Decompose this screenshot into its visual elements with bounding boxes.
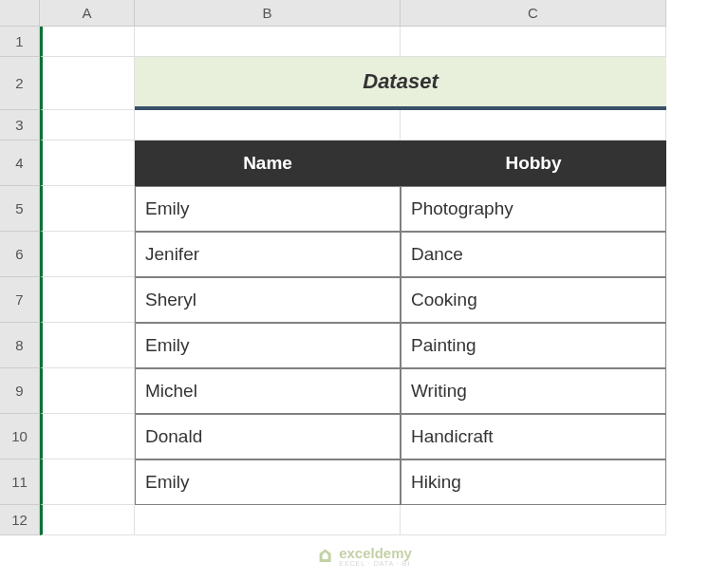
table-cell-hobby[interactable]: Writing [401,368,666,414]
cell-a3[interactable] [40,110,135,141]
cell-a6[interactable] [40,232,135,277]
table-cell-hobby[interactable]: Handicraft [401,414,666,459]
cell-a11[interactable] [40,459,135,505]
table-cell-name[interactable]: Donald [135,414,401,459]
table-cell-hobby[interactable]: Hiking [401,459,666,505]
col-header-a[interactable]: A [40,0,135,27]
table-header-name[interactable]: Name [135,141,401,186]
table-cell-hobby[interactable]: Painting [401,323,666,368]
cell-b1[interactable] [135,27,401,57]
cell-b3[interactable] [135,110,401,141]
cell-c1[interactable] [401,27,666,57]
row-header-5[interactable]: 5 [0,186,40,232]
row-header-11[interactable]: 11 [0,459,40,505]
row-header-1[interactable]: 1 [0,27,40,57]
table-cell-name[interactable]: Emily [135,459,401,505]
row-header-7[interactable]: 7 [0,277,40,323]
table-cell-hobby[interactable]: Cooking [401,277,666,323]
spreadsheet-grid: A B C 1 2 Dataset 3 4 Name Hobby 5 Emily… [0,0,728,535]
cell-c3[interactable] [401,110,666,141]
row-header-10[interactable]: 10 [0,414,40,459]
select-all-corner[interactable] [0,0,40,27]
table-cell-name[interactable]: Michel [135,368,401,414]
cell-a7[interactable] [40,277,135,323]
table-cell-hobby[interactable]: Dance [401,232,666,277]
table-cell-name[interactable]: Jenifer [135,232,401,277]
cell-a12[interactable] [40,505,135,535]
cell-c12[interactable] [401,505,666,535]
dataset-title[interactable]: Dataset [135,57,666,110]
row-header-3[interactable]: 3 [0,110,40,141]
row-header-9[interactable]: 9 [0,368,40,414]
watermark-tagline: EXCEL · DATA · BI [339,560,412,567]
cell-a5[interactable] [40,186,135,232]
col-header-b[interactable]: B [135,0,401,27]
row-header-4[interactable]: 4 [0,141,40,186]
table-cell-name[interactable]: Emily [135,323,401,368]
row-header-12[interactable]: 12 [0,505,40,535]
watermark-text: exceldemy EXCEL · DATA · BI [339,546,412,567]
watermark-brand: exceldemy [339,546,412,560]
cell-a2[interactable] [40,57,135,110]
cell-a8[interactable] [40,323,135,368]
table-header-hobby[interactable]: Hobby [401,141,666,186]
row-header-2[interactable]: 2 [0,57,40,110]
col-header-c[interactable]: C [401,0,666,27]
cell-a4[interactable] [40,141,135,186]
watermark-logo: exceldemy EXCEL · DATA · BI [316,546,412,567]
row-header-8[interactable]: 8 [0,323,40,368]
table-cell-name[interactable]: Emily [135,186,401,232]
cell-a1[interactable] [40,27,135,57]
cell-a10[interactable] [40,414,135,459]
exceldemy-icon [316,548,333,565]
cell-b12[interactable] [135,505,401,535]
table-cell-name[interactable]: Sheryl [135,277,401,323]
cell-a9[interactable] [40,368,135,414]
row-header-6[interactable]: 6 [0,232,40,277]
table-cell-hobby[interactable]: Photography [401,186,666,232]
